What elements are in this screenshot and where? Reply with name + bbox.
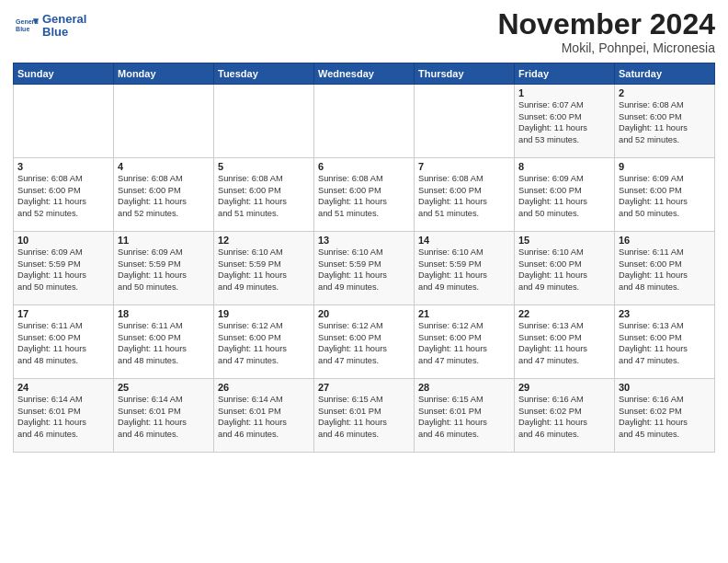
day-number: 26	[218, 382, 310, 393]
day-info: Sunrise: 6:09 AMSunset: 6:00 PMDaylight:…	[619, 173, 711, 219]
calendar-cell: 13Sunrise: 6:10 AMSunset: 5:59 PMDayligh…	[314, 232, 415, 305]
svg-text:Blue: Blue	[16, 27, 29, 33]
weekday-header-thursday: Thursday	[415, 63, 515, 85]
calendar-cell: 21Sunrise: 6:12 AMSunset: 6:00 PMDayligh…	[415, 305, 515, 379]
weekday-header-saturday: Saturday	[615, 63, 715, 85]
calendar-cell	[114, 85, 214, 158]
calendar-cell: 25Sunrise: 6:14 AMSunset: 6:01 PMDayligh…	[114, 379, 214, 453]
day-info: Sunrise: 6:09 AMSunset: 5:59 PMDaylight:…	[118, 247, 210, 293]
calendar-cell: 1Sunrise: 6:07 AMSunset: 6:00 PMDaylight…	[515, 85, 615, 158]
calendar-cell: 14Sunrise: 6:10 AMSunset: 5:59 PMDayligh…	[415, 232, 515, 305]
week-row-1: 1Sunrise: 6:07 AMSunset: 6:00 PMDaylight…	[14, 85, 715, 158]
calendar-cell: 7Sunrise: 6:08 AMSunset: 6:00 PMDaylight…	[415, 158, 515, 232]
day-info: Sunrise: 6:16 AMSunset: 6:02 PMDaylight:…	[518, 394, 610, 440]
location: Mokil, Pohnpei, Micronesia	[497, 40, 715, 55]
weekday-header-wednesday: Wednesday	[314, 63, 415, 85]
day-info: Sunrise: 6:12 AMSunset: 6:00 PMDaylight:…	[418, 320, 510, 366]
calendar-cell: 24Sunrise: 6:14 AMSunset: 6:01 PMDayligh…	[14, 379, 114, 453]
day-number: 12	[218, 235, 310, 246]
day-info: Sunrise: 6:07 AMSunset: 6:00 PMDaylight:…	[518, 99, 610, 145]
day-info: Sunrise: 6:11 AMSunset: 6:00 PMDaylight:…	[619, 247, 711, 293]
week-row-4: 17Sunrise: 6:11 AMSunset: 6:00 PMDayligh…	[14, 305, 715, 379]
calendar-cell: 15Sunrise: 6:10 AMSunset: 6:00 PMDayligh…	[515, 232, 615, 305]
day-info: Sunrise: 6:08 AMSunset: 6:00 PMDaylight:…	[318, 173, 410, 219]
day-number: 17	[17, 308, 109, 319]
calendar-cell: 4Sunrise: 6:08 AMSunset: 6:00 PMDaylight…	[114, 158, 214, 232]
calendar-cell: 28Sunrise: 6:15 AMSunset: 6:01 PMDayligh…	[415, 379, 515, 453]
day-number: 28	[418, 382, 510, 393]
day-info: Sunrise: 6:09 AMSunset: 6:00 PMDaylight:…	[518, 173, 610, 219]
logo-text: General Blue	[42, 13, 86, 40]
calendar-cell: 3Sunrise: 6:08 AMSunset: 6:00 PMDaylight…	[14, 158, 114, 232]
weekday-header-row: SundayMondayTuesdayWednesdayThursdayFrid…	[14, 63, 715, 85]
day-number: 9	[619, 161, 711, 172]
day-info: Sunrise: 6:12 AMSunset: 6:00 PMDaylight:…	[218, 320, 310, 366]
logo-line1: General	[42, 13, 86, 26]
day-number: 19	[218, 308, 310, 319]
day-info: Sunrise: 6:15 AMSunset: 6:01 PMDaylight:…	[318, 394, 410, 440]
day-number: 4	[118, 161, 210, 172]
day-info: Sunrise: 6:15 AMSunset: 6:01 PMDaylight:…	[418, 394, 510, 440]
calendar-cell	[214, 85, 314, 158]
calendar-cell: 30Sunrise: 6:16 AMSunset: 6:02 PMDayligh…	[615, 379, 715, 453]
day-info: Sunrise: 6:14 AMSunset: 6:01 PMDaylight:…	[17, 394, 109, 440]
day-info: Sunrise: 6:11 AMSunset: 6:00 PMDaylight:…	[118, 320, 210, 366]
week-row-2: 3Sunrise: 6:08 AMSunset: 6:00 PMDaylight…	[14, 158, 715, 232]
calendar-cell	[415, 85, 515, 158]
day-number: 14	[418, 235, 510, 246]
weekday-header-friday: Friday	[515, 63, 615, 85]
day-number: 27	[318, 382, 410, 393]
month-title: November 2024	[497, 9, 715, 39]
logo-icon: General Blue	[13, 13, 39, 39]
weekday-header-sunday: Sunday	[14, 63, 114, 85]
day-number: 11	[118, 235, 210, 246]
day-info: Sunrise: 6:12 AMSunset: 6:00 PMDaylight:…	[318, 320, 410, 366]
calendar-cell: 16Sunrise: 6:11 AMSunset: 6:00 PMDayligh…	[615, 232, 715, 305]
week-row-3: 10Sunrise: 6:09 AMSunset: 5:59 PMDayligh…	[14, 232, 715, 305]
day-number: 15	[518, 235, 610, 246]
day-info: Sunrise: 6:13 AMSunset: 6:00 PMDaylight:…	[518, 320, 610, 366]
day-number: 30	[619, 382, 711, 393]
day-number: 29	[518, 382, 610, 393]
logo: General Blue General Blue	[13, 13, 86, 40]
calendar-cell: 18Sunrise: 6:11 AMSunset: 6:00 PMDayligh…	[114, 305, 214, 379]
day-number: 3	[17, 161, 109, 172]
day-number: 5	[218, 161, 310, 172]
day-number: 13	[318, 235, 410, 246]
calendar-cell: 11Sunrise: 6:09 AMSunset: 5:59 PMDayligh…	[114, 232, 214, 305]
calendar-cell: 2Sunrise: 6:08 AMSunset: 6:00 PMDaylight…	[615, 85, 715, 158]
day-info: Sunrise: 6:10 AMSunset: 6:00 PMDaylight:…	[518, 247, 610, 293]
calendar-cell: 10Sunrise: 6:09 AMSunset: 5:59 PMDayligh…	[14, 232, 114, 305]
day-number: 23	[619, 308, 711, 319]
week-row-5: 24Sunrise: 6:14 AMSunset: 6:01 PMDayligh…	[14, 379, 715, 453]
day-info: Sunrise: 6:08 AMSunset: 6:00 PMDaylight:…	[118, 173, 210, 219]
day-info: Sunrise: 6:09 AMSunset: 5:59 PMDaylight:…	[17, 247, 109, 293]
calendar-table: SundayMondayTuesdayWednesdayThursdayFrid…	[13, 63, 715, 453]
day-number: 20	[318, 308, 410, 319]
calendar-cell: 12Sunrise: 6:10 AMSunset: 5:59 PMDayligh…	[214, 232, 314, 305]
calendar-cell: 22Sunrise: 6:13 AMSunset: 6:00 PMDayligh…	[515, 305, 615, 379]
day-info: Sunrise: 6:14 AMSunset: 6:01 PMDaylight:…	[118, 394, 210, 440]
day-number: 24	[17, 382, 109, 393]
day-number: 16	[619, 235, 711, 246]
title-block: November 2024 Mokil, Pohnpei, Micronesia	[497, 9, 715, 55]
calendar-cell: 19Sunrise: 6:12 AMSunset: 6:00 PMDayligh…	[214, 305, 314, 379]
day-info: Sunrise: 6:08 AMSunset: 6:00 PMDaylight:…	[218, 173, 310, 219]
day-number: 1	[518, 87, 610, 98]
calendar-cell: 9Sunrise: 6:09 AMSunset: 6:00 PMDaylight…	[615, 158, 715, 232]
day-number: 18	[118, 308, 210, 319]
weekday-header-monday: Monday	[114, 63, 214, 85]
day-number: 7	[418, 161, 510, 172]
day-info: Sunrise: 6:08 AMSunset: 6:00 PMDaylight:…	[17, 173, 109, 219]
day-info: Sunrise: 6:08 AMSunset: 6:00 PMDaylight:…	[418, 173, 510, 219]
day-number: 10	[17, 235, 109, 246]
day-number: 6	[318, 161, 410, 172]
day-info: Sunrise: 6:08 AMSunset: 6:00 PMDaylight:…	[619, 99, 711, 145]
calendar-cell: 8Sunrise: 6:09 AMSunset: 6:00 PMDaylight…	[515, 158, 615, 232]
day-number: 21	[418, 308, 510, 319]
calendar-cell: 6Sunrise: 6:08 AMSunset: 6:00 PMDaylight…	[314, 158, 415, 232]
day-number: 8	[518, 161, 610, 172]
day-info: Sunrise: 6:11 AMSunset: 6:00 PMDaylight:…	[17, 320, 109, 366]
calendar-cell: 5Sunrise: 6:08 AMSunset: 6:00 PMDaylight…	[214, 158, 314, 232]
calendar-cell: 29Sunrise: 6:16 AMSunset: 6:02 PMDayligh…	[515, 379, 615, 453]
